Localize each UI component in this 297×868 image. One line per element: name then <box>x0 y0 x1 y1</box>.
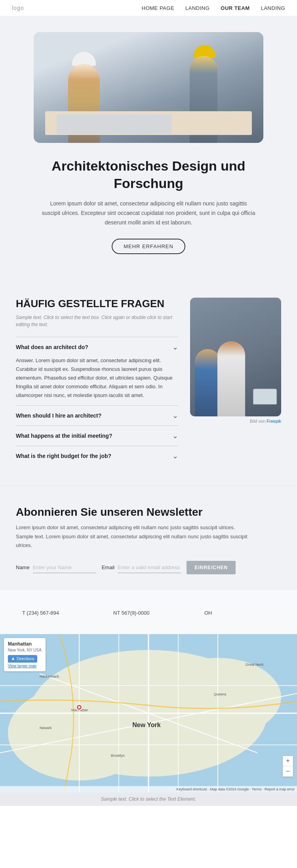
contact-phone-1-value: T (234) 567-894 <box>22 610 93 616</box>
faq-question-4[interactable]: What is the right budget for the job? ⌄ <box>16 452 178 460</box>
nav-homepage[interactable]: HOME PAGE <box>142 5 174 11</box>
laptop-on-table <box>253 389 277 405</box>
name-label: Name <box>16 564 30 570</box>
newsletter-form: Name Email EINREICHEN <box>16 561 281 574</box>
svg-text:Newark: Newark <box>40 726 52 730</box>
svg-text:Queens: Queens <box>214 692 227 696</box>
map-location-address: New York, NY USA <box>8 648 42 653</box>
map-section: New York Manhattan Queens Brooklyn Newar… <box>0 634 297 792</box>
directions-icon <box>11 657 15 661</box>
svg-text:Hackensack: Hackensack <box>40 674 59 678</box>
newsletter-section: Abonnieren Sie unseren Newsletter Lorem … <box>0 486 297 590</box>
nav-landing-1[interactable]: LANDING <box>185 5 209 11</box>
faq-question-4-text: What is the right budget for the job? <box>16 453 111 459</box>
contact-state: OH <box>198 602 281 622</box>
nav-landing-2[interactable]: LANDING <box>261 5 285 11</box>
hero-title: Architektonisches Design und Forschung <box>16 157 281 192</box>
blueprint <box>57 114 171 134</box>
faq-question-3-text: What happens at the initial meeting? <box>16 433 112 439</box>
team-person-1 <box>195 349 221 416</box>
email-group: Email <box>102 562 181 573</box>
nav-links: HOME PAGE LANDING OUR TEAM LANDING <box>142 5 285 11</box>
map-zoom-controls: + − <box>283 756 293 777</box>
contact-phone-2: NT 567(9)-0000 <box>107 602 190 622</box>
faq-sample-text: Sample text. Click to select the text bo… <box>16 314 178 328</box>
map-location-card: Manhattan New York, NY USA Directions Vi… <box>4 638 46 671</box>
map-location-title: Manhattan <box>8 641 42 647</box>
logo: logo <box>12 5 24 11</box>
faq-chevron-4: ⌄ <box>172 452 178 460</box>
newsletter-title: Abonnieren Sie unseren Newsletter <box>16 506 281 519</box>
faq-question-2[interactable]: When should I hire an architect? ⌄ <box>16 411 178 420</box>
map-zoom-in-button[interactable]: + <box>283 756 293 766</box>
faq-question-2-text: When should I hire an architect? <box>16 412 101 419</box>
freepik-prefix: Bild von <box>250 419 267 424</box>
hero-image <box>34 32 263 143</box>
map-view-larger-link[interactable]: View larger map <box>8 664 42 668</box>
faq-question-1[interactable]: What does an architect do? ⌄ <box>16 343 178 351</box>
team-person-3 <box>243 353 268 416</box>
freepik-credit: Bild von Freepik <box>190 419 281 424</box>
contact-state-value: OH <box>204 610 275 616</box>
faq-item-3: What happens at the initial meeting? ⌄ <box>16 425 178 446</box>
faq-item-1: What does an architect do? ⌄ Answer. Lor… <box>16 337 178 405</box>
directions-label: Directions <box>17 657 34 661</box>
faq-question-1-text: What does an architect do? <box>16 344 88 350</box>
team-person-2 <box>217 341 245 416</box>
faq-chevron-2: ⌄ <box>172 411 178 420</box>
submit-button[interactable]: EINREICHEN <box>187 561 236 574</box>
hero-description: Lorem ipsum dolor sit amet, consectetur … <box>42 199 255 227</box>
contact-section: T (234) 567-894 NT 567(9)-0000 OH <box>0 590 297 634</box>
contact-phone-1: T (234) 567-894 <box>16 602 99 622</box>
svg-text:New York: New York <box>132 722 161 728</box>
faq-title: HÄUFIG GESTELLTE FRAGEN <box>16 298 178 310</box>
faq-right: Bild von Freepik <box>190 298 281 424</box>
name-group: Name <box>16 562 96 573</box>
faq-chevron-1: ⌄ <box>172 343 178 351</box>
svg-text:Great Neck: Great Neck <box>246 663 264 667</box>
sample-text-footer: Sample text. Click to select the Text El… <box>101 796 196 802</box>
nav-our-team[interactable]: OUR TEAM <box>221 5 249 11</box>
learn-more-button[interactable]: MEHR ERFAHREN <box>112 239 185 254</box>
faq-question-3[interactable]: What happens at the initial meeting? ⌄ <box>16 431 178 440</box>
freepik-link[interactable]: Freepik <box>267 419 281 424</box>
hero-section: Architektonisches Design und Forschung L… <box>0 16 297 278</box>
faq-left: HÄUFIG GESTELLTE FRAGEN Sample text. Cli… <box>16 298 178 466</box>
email-label: Email <box>102 564 115 570</box>
newsletter-description: Lorem ipsum dolor sit amet, consectetur … <box>16 523 253 549</box>
faq-item-2: When should I hire an architect? ⌄ <box>16 405 178 425</box>
map-tiles: New York Manhattan Queens Brooklyn Newar… <box>0 634 297 792</box>
contact-row: T (234) 567-894 NT 567(9)-0000 OH <box>16 602 281 622</box>
map-zoom-out-button[interactable]: − <box>283 766 293 777</box>
sample-text-bar: Sample text. Click to select the Text El… <box>0 792 297 806</box>
svg-point-22 <box>78 706 80 708</box>
map-attribution: Keyboard shortcuts · Map data ©2024 Goog… <box>0 786 297 792</box>
svg-text:Brooklyn: Brooklyn <box>111 754 125 758</box>
faq-item-4: What is the right budget for the job? ⌄ <box>16 446 178 466</box>
faq-team-image <box>190 298 281 416</box>
map-directions-button[interactable]: Directions <box>8 655 37 663</box>
faq-answer-1: Answer. Lorem ipsum dolor sit amet, cons… <box>16 356 178 400</box>
faq-chevron-3: ⌄ <box>172 431 178 440</box>
name-input[interactable] <box>33 562 96 573</box>
email-input[interactable] <box>118 562 181 573</box>
faq-section: HÄUFIG GESTELLTE FRAGEN Sample text. Cli… <box>0 278 297 486</box>
contact-phone-2-value: NT 567(9)-0000 <box>113 610 184 616</box>
navbar: logo HOME PAGE LANDING OUR TEAM LANDING <box>0 0 297 16</box>
